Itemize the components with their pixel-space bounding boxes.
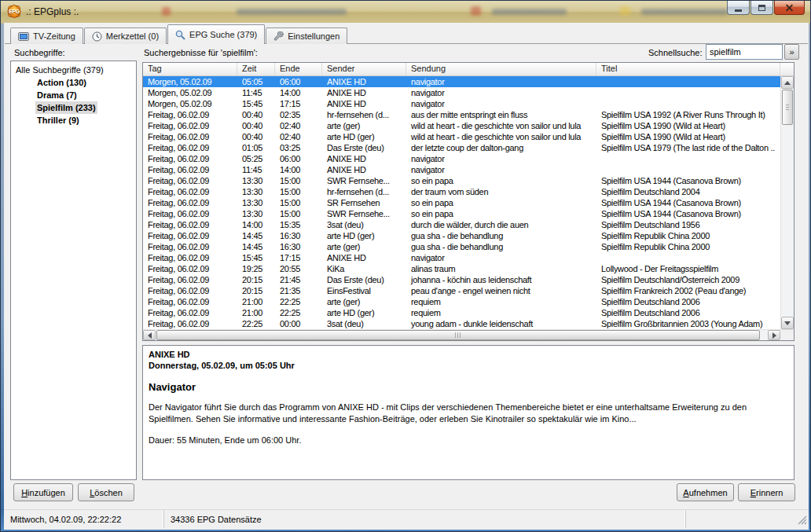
table-row[interactable]: Freitag, 06.02.09 20:15 21:45 Das Erste …: [143, 274, 780, 285]
horizontal-scroll-thumb[interactable]: [156, 330, 760, 340]
clock-icon: [92, 31, 102, 42]
minimize-icon: [735, 9, 742, 12]
detail-title: Navigator: [149, 381, 788, 393]
quick-search-input[interactable]: [706, 44, 783, 60]
table-row[interactable]: Freitag, 06.02.09 19:25 20:55 KiKa alina…: [143, 263, 780, 274]
app-window: EPG .: EPGplus :. TV-Zeitung Merkzettel …: [0, 0, 811, 532]
column-header[interactable]: Tag: [143, 63, 237, 75]
search-term-item[interactable]: Spielfilm (233): [11, 101, 136, 114]
record-button[interactable]: Aufnehmen: [677, 483, 734, 501]
wrench-icon: [273, 31, 284, 42]
table-row[interactable]: Morgen, 05.02.09 05:05 06:00 ANIXE HD na…: [143, 76, 780, 87]
tab-einstellungen[interactable]: Einstellungen: [266, 28, 347, 44]
add-button[interactable]: Hinzufügen: [13, 483, 73, 501]
detail-panel: ANIXE HD Donnerstag, 05.02.09, um 05:05 …: [142, 345, 794, 480]
tab-label: Einstellungen: [288, 31, 339, 41]
search-term-item[interactable]: Action (130): [11, 76, 136, 89]
table-row[interactable]: Freitag, 06.02.09 13:30 15:00 SWR Fernse…: [143, 175, 780, 186]
app-icon[interactable]: EPG: [7, 5, 21, 18]
vertical-scrollbar[interactable]: [780, 76, 794, 329]
titlebar-ghost-decor: [162, 7, 171, 16]
table-row[interactable]: Freitag, 06.02.09 13:30 15:00 SR Fernseh…: [143, 197, 780, 208]
scroll-left-button[interactable]: [143, 330, 156, 340]
status-bar: Mittwoch, 04.02.09, 22:22:22 34336 EPG D…: [4, 509, 809, 528]
detail-datetime: Donnerstag, 05.02.09, um 05:05 Uhr: [149, 360, 788, 371]
table-row[interactable]: Freitag, 06.02.09 21:00 22:25 arte (ger)…: [143, 296, 780, 307]
column-header[interactable]: Sender: [322, 63, 406, 75]
table-row[interactable]: Freitag, 06.02.09 13:30 15:00 hr-fernseh…: [143, 186, 780, 197]
table-row[interactable]: Morgen, 05.02.09 15:45 17:15 ANIXE HD na…: [143, 98, 780, 109]
tv-icon: [18, 32, 29, 41]
table-row[interactable]: Freitag, 06.02.09 15:45 17:15 ANIXE HD n…: [143, 252, 780, 263]
titlebar-ghost-decor: [620, 6, 630, 16]
minimize-button[interactable]: [727, 1, 750, 15]
table-row[interactable]: Morgen, 05.02.09 11:45 14:00 ANIXE HD na…: [143, 87, 780, 98]
table-row[interactable]: Freitag, 06.02.09 01:05 03:25 Das Erste …: [143, 142, 780, 153]
table-rows: Morgen, 05.02.09 05:05 06:00 ANIXE HD na…: [143, 76, 780, 329]
close-icon: [785, 3, 794, 12]
maximize-icon: [758, 5, 765, 11]
window-title: .: EPGplus :.: [26, 6, 79, 17]
table-row[interactable]: Freitag, 06.02.09 00:40 02:40 arte HD (g…: [143, 131, 780, 142]
table-row[interactable]: Freitag, 06.02.09 14:45 16:30 arte (ger)…: [143, 241, 780, 252]
results-heading: Suchergebnisse für 'spielfilm':: [144, 48, 258, 57]
titlebar-ghost-decor: [237, 9, 347, 15]
results-table: TagZeitEndeSenderSendungTitel Morgen, 05…: [142, 62, 794, 341]
table-row[interactable]: Freitag, 06.02.09 14:45 16:30 arte HD (g…: [143, 230, 780, 241]
tab-merkzettel[interactable]: Merkzettel (0): [84, 28, 167, 44]
column-header[interactable]: Titel: [596, 63, 780, 75]
titlebar-ghost-decor: [492, 9, 567, 15]
maximize-button[interactable]: [750, 1, 773, 15]
scrollbar-corner: [780, 330, 794, 340]
detail-channel: ANIXE HD: [149, 349, 788, 360]
scroll-right-button[interactable]: [768, 330, 780, 340]
table-row[interactable]: Freitag, 06.02.09 00:40 02:40 arte (ger)…: [143, 120, 780, 131]
delete-button[interactable]: Löschen: [78, 483, 134, 501]
tab-label: EPG Suche (379): [189, 30, 257, 39]
table-row[interactable]: Freitag, 06.02.09 22:25 00:00 3sat (deu)…: [143, 318, 780, 329]
thumb-grip: [786, 105, 789, 110]
search-term-item[interactable]: Alle Suchbegriffe (379): [11, 64, 136, 76]
titlebar-ghost-decor: [641, 9, 728, 15]
tab-epg-suche[interactable]: EPG Suche (379): [167, 24, 265, 44]
thumb-grip: [455, 332, 462, 338]
vertical-scroll-thumb[interactable]: [782, 90, 793, 125]
scroll-track[interactable]: [781, 126, 794, 317]
resize-grip-icon[interactable]: [797, 515, 807, 526]
scroll-up-button[interactable]: [781, 76, 794, 89]
table-row[interactable]: Freitag, 06.02.09 21:00 22:25 arte HD (g…: [143, 307, 780, 318]
close-button[interactable]: [774, 1, 805, 15]
search-term-item[interactable]: Drama (7): [11, 89, 136, 101]
horizontal-scrollbar[interactable]: [143, 330, 780, 340]
quick-search-label: Schnellsuche:: [648, 48, 703, 57]
tabstrip: TV-Zeitung Merkzettel (0) EPG Suche (379…: [10, 24, 348, 44]
tab-label: TV-Zeitung: [33, 31, 75, 41]
column-header[interactable]: Sendung: [406, 63, 596, 75]
table-header: TagZeitEndeSenderSendungTitel: [143, 63, 794, 76]
titlebar-ghost-decor: [471, 6, 481, 16]
table-row[interactable]: Freitag, 06.02.09 20:15 21:35 EinsFestiv…: [143, 285, 780, 296]
titlebar[interactable]: EPG .: EPGplus :.: [1, 1, 810, 23]
table-row[interactable]: Freitag, 06.02.09 14:00 15:35 3sat (deu)…: [143, 219, 780, 230]
table-row[interactable]: Freitag, 06.02.09 00:40 02:35 hr-fernseh…: [143, 109, 780, 120]
table-row[interactable]: Freitag, 06.02.09 11:45 14:00 ANIXE HD n…: [143, 164, 780, 175]
detail-duration: Dauer: 55 Minuten, Ende um 06:00 Uhr.: [149, 435, 788, 445]
search-icon: [175, 30, 185, 40]
column-header[interactable]: Ende: [275, 63, 322, 75]
tab-tv-zeitung[interactable]: TV-Zeitung: [10, 28, 83, 44]
quick-search-button[interactable]: »: [784, 44, 799, 60]
search-term-item[interactable]: Thriller (9): [11, 114, 136, 127]
status-empty: [686, 510, 809, 528]
arrow-left-icon: [148, 332, 152, 339]
table-row[interactable]: Freitag, 06.02.09 13:30 15:00 SWR Fernse…: [143, 208, 780, 219]
search-terms-label: Suchbegriffe:: [14, 48, 65, 57]
column-header[interactable]: Zeit: [237, 63, 275, 75]
tab-label: Merkzettel (0): [106, 31, 159, 41]
arrow-down-icon: [784, 321, 791, 325]
scroll-down-button[interactable]: [781, 317, 794, 329]
arrow-right-icon: [772, 332, 776, 339]
header-filler: [780, 63, 794, 75]
remind-button[interactable]: Erinnern: [738, 483, 795, 501]
table-row[interactable]: Freitag, 06.02.09 05:25 06:00 ANIXE HD n…: [143, 153, 780, 164]
status-datetime: Mittwoch, 04.02.09, 22:22:22: [4, 510, 164, 528]
